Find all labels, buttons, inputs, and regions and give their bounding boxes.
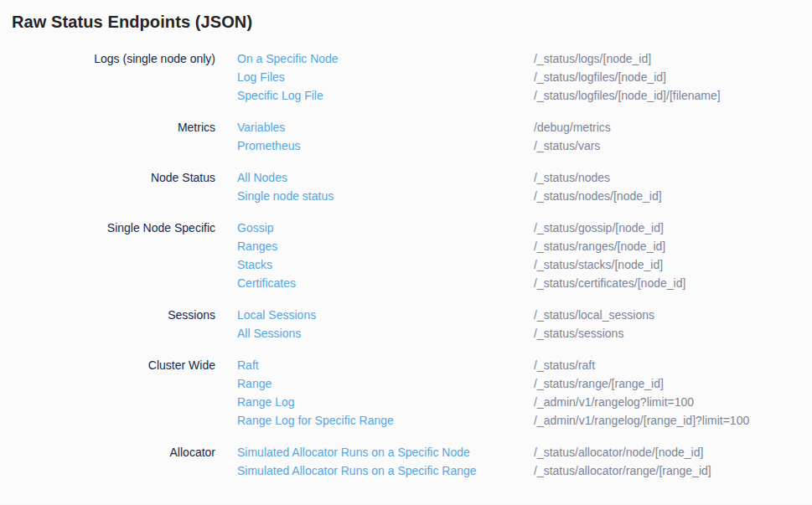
- endpoint-link[interactable]: Specific Log File: [237, 86, 534, 105]
- endpoint-link[interactable]: Simulated Allocator Runs on a Specific N…: [237, 443, 534, 461]
- endpoint-path: /_status/gossip/[node_id]: [534, 219, 812, 237]
- debug-endpoints-page: Raw Status Endpoints (JSON) Logs (single…: [0, 11, 812, 505]
- endpoint-row: Prometheus /_status/vars: [237, 137, 812, 155]
- endpoint-row: Range Log /_admin/v1/rangelog?limit=100: [237, 393, 812, 411]
- group-category: Cluster Wide: [0, 356, 215, 374]
- group-category: Single Node Specific: [0, 219, 215, 237]
- group-rows: Simulated Allocator Runs on a Specific N…: [237, 443, 812, 480]
- endpoint-link[interactable]: Range: [237, 374, 534, 393]
- endpoint-row: Certificates /_status/certificates/[node…: [237, 274, 812, 292]
- endpoint-row: Local Sessions /_status/local_sessions: [237, 306, 812, 324]
- endpoint-path: /_status/ranges/[node_id]: [534, 237, 812, 255]
- endpoint-row: Stacks /_status/stacks/[node_id]: [237, 255, 812, 274]
- page-title: Raw Status Endpoints (JSON): [12, 11, 812, 33]
- endpoint-link[interactable]: Stacks: [237, 255, 534, 274]
- group-rows: On a Specific Node /_status/logs/[node_i…: [237, 49, 812, 105]
- endpoint-path: /_status/local_sessions: [534, 306, 812, 324]
- endpoint-path: /debug/metrics: [534, 118, 812, 137]
- group-category: Logs (single node only): [0, 49, 215, 68]
- endpoint-link[interactable]: Certificates: [237, 274, 534, 292]
- endpoint-link[interactable]: On a Specific Node: [237, 49, 534, 68]
- endpoint-row: Log Files /_status/logfiles/[node_id]: [237, 68, 812, 86]
- endpoint-link[interactable]: Single node status: [237, 187, 534, 205]
- endpoint-row: Variables /debug/metrics: [237, 118, 812, 137]
- endpoint-link[interactable]: Local Sessions: [237, 306, 534, 324]
- endpoint-row: Range /_status/range/[range_id]: [237, 374, 812, 393]
- endpoint-link[interactable]: Variables: [237, 118, 534, 137]
- group-category: Sessions: [0, 306, 215, 324]
- endpoint-group: Cluster Wide Raft /_status/raft Range /_…: [0, 356, 812, 430]
- endpoint-path: /_status/certificates/[node_id]: [534, 274, 812, 292]
- endpoint-row: Specific Log File /_status/logfiles/[nod…: [237, 86, 812, 105]
- group-rows: All Nodes /_status/nodes Single node sta…: [237, 168, 812, 205]
- group-category: Node Status: [0, 168, 215, 187]
- endpoint-link[interactable]: Range Log: [237, 393, 534, 411]
- endpoint-path: /_admin/v1/rangelog?limit=100: [534, 393, 812, 411]
- endpoint-path: /_status/sessions: [534, 324, 812, 343]
- endpoint-link[interactable]: Prometheus: [237, 137, 534, 155]
- endpoint-row: On a Specific Node /_status/logs/[node_i…: [237, 49, 812, 68]
- endpoint-path: /_status/allocator/node/[node_id]: [534, 443, 812, 461]
- endpoint-row: All Sessions /_status/sessions: [237, 324, 812, 343]
- endpoint-path: /_status/raft: [534, 356, 812, 374]
- endpoint-row: Simulated Allocator Runs on a Specific R…: [237, 461, 812, 480]
- group-rows: Local Sessions /_status/local_sessions A…: [237, 306, 812, 343]
- endpoint-link[interactable]: Ranges: [237, 237, 534, 255]
- endpoint-path: /_status/nodes: [534, 168, 812, 187]
- endpoint-row: Ranges /_status/ranges/[node_id]: [237, 237, 812, 255]
- endpoint-link[interactable]: All Sessions: [237, 324, 534, 343]
- endpoint-path: /_status/logs/[node_id]: [534, 49, 812, 68]
- endpoint-path: /_status/logfiles/[node_id]/[filename]: [534, 86, 812, 105]
- endpoint-group: Sessions Local Sessions /_status/local_s…: [0, 306, 812, 343]
- endpoint-row: Raft /_status/raft: [237, 356, 812, 374]
- endpoint-path: /_status/nodes/[node_id]: [534, 187, 812, 205]
- endpoint-link[interactable]: Simulated Allocator Runs on a Specific R…: [237, 461, 534, 480]
- endpoint-link[interactable]: Log Files: [237, 68, 534, 86]
- endpoint-group: Allocator Simulated Allocator Runs on a …: [0, 443, 812, 480]
- endpoint-path: /_status/vars: [534, 137, 812, 155]
- endpoint-group: Node Status All Nodes /_status/nodes Sin…: [0, 168, 812, 205]
- endpoint-path: /_status/logfiles/[node_id]: [534, 68, 812, 86]
- endpoint-row: Range Log for Specific Range /_admin/v1/…: [237, 411, 812, 430]
- endpoint-path: /_status/range/[range_id]: [534, 374, 812, 393]
- endpoint-group: Metrics Variables /debug/metrics Prometh…: [0, 118, 812, 155]
- endpoint-row: Simulated Allocator Runs on a Specific N…: [237, 443, 812, 461]
- group-category: Metrics: [0, 118, 215, 137]
- group-rows: Gossip /_status/gossip/[node_id] Ranges …: [237, 219, 812, 292]
- group-rows: Variables /debug/metrics Prometheus /_st…: [237, 118, 812, 155]
- endpoint-group: Single Node Specific Gossip /_status/gos…: [0, 219, 812, 292]
- endpoint-link[interactable]: All Nodes: [237, 168, 534, 187]
- group-rows: Raft /_status/raft Range /_status/range/…: [237, 356, 812, 430]
- endpoint-row: All Nodes /_status/nodes: [237, 168, 812, 187]
- endpoint-path: /_admin/v1/rangelog/[range_id]?limit=100: [534, 411, 812, 430]
- endpoint-group: Logs (single node only) On a Specific No…: [0, 49, 812, 105]
- endpoint-link[interactable]: Raft: [237, 356, 534, 374]
- endpoints-table: Logs (single node only) On a Specific No…: [0, 49, 812, 480]
- endpoint-row: Single node status /_status/nodes/[node_…: [237, 187, 812, 205]
- group-category: Allocator: [0, 443, 215, 461]
- endpoint-path: /_status/allocator/range/[range_id]: [534, 461, 812, 480]
- endpoint-link[interactable]: Range Log for Specific Range: [237, 411, 534, 430]
- endpoint-row: Gossip /_status/gossip/[node_id]: [237, 219, 812, 237]
- endpoint-link[interactable]: Gossip: [237, 219, 534, 237]
- endpoint-path: /_status/stacks/[node_id]: [534, 255, 812, 274]
